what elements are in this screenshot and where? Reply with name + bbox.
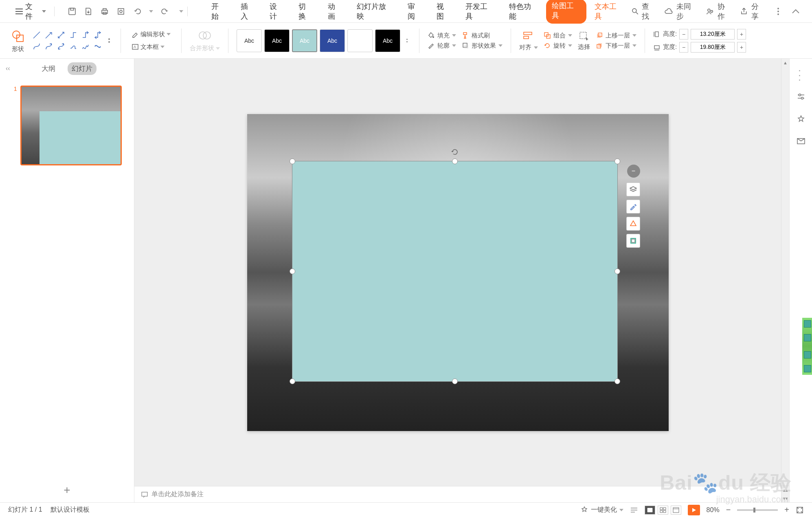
style-preset-3[interactable]: Abc	[292, 29, 317, 52]
freeform-shape[interactable]	[68, 42, 78, 51]
tab-developer[interactable]: 开发工具	[459, 0, 501, 24]
tab-home[interactable]: 开始	[205, 0, 232, 24]
collapse-floating-toolbar[interactable]: −	[627, 165, 640, 178]
style-preset-5[interactable]	[347, 29, 373, 52]
shapes-more-button[interactable]	[106, 33, 112, 49]
resource-rail-icon[interactable]	[796, 136, 806, 147]
handle-bottom-right[interactable]	[614, 378, 620, 384]
style-presets-more[interactable]	[403, 29, 411, 52]
tab-animation[interactable]: 动画	[321, 0, 349, 24]
handle-bottom-left[interactable]	[290, 378, 295, 384]
send-backward-button[interactable]: 下移一层	[596, 42, 636, 50]
tab-drawing-tools[interactable]: 绘图工具	[546, 0, 586, 24]
handle-top-right[interactable]	[614, 158, 620, 164]
search-button[interactable]: 查找	[631, 2, 656, 21]
ruler-btn-1[interactable]	[804, 320, 811, 328]
beautify-button[interactable]: 一键美化	[580, 506, 623, 514]
height-decrement[interactable]: −	[679, 29, 688, 40]
print-preview-icon[interactable]	[116, 7, 125, 16]
reading-view-button[interactable]	[671, 506, 681, 515]
outline-tab[interactable]: 大纲	[37, 62, 59, 75]
edit-shape-button[interactable]: 编辑形状	[129, 30, 173, 39]
scroll-up[interactable]: ▲	[781, 59, 789, 67]
tab-design[interactable]: 设计	[263, 0, 290, 24]
notes-area[interactable]: 单击此处添加备注	[134, 486, 781, 502]
scribble-shape[interactable]	[81, 42, 90, 51]
align-button[interactable]: 对齐	[519, 44, 538, 51]
arrow-shape[interactable]	[44, 30, 54, 40]
zoom-slider[interactable]	[737, 509, 778, 511]
crop-tool[interactable]	[626, 234, 640, 248]
ruler-btn-4[interactable]	[804, 365, 811, 372]
tab-transition[interactable]: 切换	[292, 0, 319, 24]
change-shape-tool[interactable]	[626, 217, 640, 231]
file-menu[interactable]: 文件	[11, 0, 50, 23]
template-rail-icon[interactable]	[796, 114, 806, 125]
handle-left[interactable]	[290, 268, 295, 274]
ruler-btn-2[interactable]	[804, 334, 811, 341]
elbow-double-arrow-shape[interactable]	[93, 30, 103, 40]
canvas[interactable]: −	[134, 59, 781, 486]
save-icon[interactable]	[68, 7, 77, 16]
width-input[interactable]	[691, 42, 735, 53]
width-increment[interactable]: +	[737, 42, 746, 53]
scroll-prev-slide[interactable]: ▴▴	[781, 486, 789, 494]
qat-customize-caret-icon[interactable]	[179, 10, 183, 13]
curve-double-arrow-shape[interactable]	[56, 42, 66, 51]
style-preset-6[interactable]: Abc	[375, 29, 400, 52]
settings-rail-icon[interactable]	[796, 92, 806, 103]
print-icon[interactable]	[100, 7, 109, 16]
handle-right[interactable]	[614, 268, 620, 274]
rail-grip-icon[interactable]	[799, 70, 803, 81]
sorter-view-button[interactable]	[658, 506, 668, 515]
style-preset-2[interactable]: Abc	[264, 29, 290, 52]
thumbnail-list[interactable]: 1	[0, 78, 134, 478]
double-arrow-shape[interactable]	[56, 30, 66, 40]
scroll-next-slide[interactable]: ▾▾	[781, 494, 789, 502]
handle-bottom[interactable]	[452, 378, 458, 384]
fit-window-icon[interactable]	[796, 506, 804, 514]
group-button[interactable]: 组合	[544, 32, 572, 40]
curve-shape[interactable]	[93, 42, 103, 51]
add-slide-button[interactable]: +	[0, 478, 134, 502]
handle-top-left[interactable]	[290, 158, 295, 164]
zoom-value[interactable]: 80%	[707, 506, 720, 514]
curve-arrow-shape[interactable]	[44, 42, 54, 51]
redo-icon[interactable]	[160, 7, 169, 16]
style-preset-4[interactable]: Abc	[320, 29, 345, 52]
curve-connector-shape[interactable]	[32, 42, 42, 51]
sync-button[interactable]: 未同步	[664, 2, 698, 21]
thumbnail-item[interactable]: 1	[12, 86, 122, 165]
slide[interactable]: −	[247, 114, 669, 431]
ruler-widget[interactable]	[802, 318, 812, 375]
rotate-button[interactable]: 旋转	[544, 42, 572, 50]
slideshow-button[interactable]	[688, 505, 700, 515]
layers-tool[interactable]	[626, 183, 640, 196]
tab-insert[interactable]: 插入	[234, 0, 261, 24]
handle-top[interactable]	[452, 158, 458, 164]
undo-caret-icon[interactable]	[149, 10, 153, 13]
shape-effects-button[interactable]: 形状效果	[462, 42, 503, 50]
thumbnail-image[interactable]	[20, 86, 122, 165]
tab-slideshow[interactable]: 幻灯片放映	[350, 0, 399, 24]
tab-text-tools[interactable]: 文本工具	[588, 0, 630, 24]
fill-button[interactable]: 填充	[428, 32, 456, 40]
notes-toggle-icon[interactable]	[630, 506, 638, 514]
line-shape[interactable]	[32, 30, 42, 40]
ruler-btn-3[interactable]	[804, 351, 811, 359]
style-preset-1[interactable]: Abc	[237, 29, 262, 52]
elbow-connector-shape[interactable]	[68, 30, 78, 40]
collab-button[interactable]: 协作	[706, 2, 732, 21]
vertical-scrollbar[interactable]: ▲ ▴▴ ▾▾	[781, 59, 789, 502]
eyedropper-tool[interactable]	[626, 200, 640, 213]
format-painter-button[interactable]: 格式刷	[462, 32, 503, 40]
slides-tab[interactable]: 幻灯片	[68, 62, 97, 75]
rotate-handle[interactable]	[451, 148, 459, 156]
panel-collapse-icon[interactable]: ‹‹	[6, 65, 10, 72]
tab-review[interactable]: 审阅	[401, 0, 428, 24]
textbox-button[interactable]: A 文本框	[129, 42, 173, 52]
select-label[interactable]: 选择	[578, 43, 590, 51]
export-pdf-icon[interactable]	[84, 7, 93, 16]
more-menu-icon[interactable]	[774, 7, 783, 16]
width-decrement[interactable]: −	[679, 42, 688, 53]
